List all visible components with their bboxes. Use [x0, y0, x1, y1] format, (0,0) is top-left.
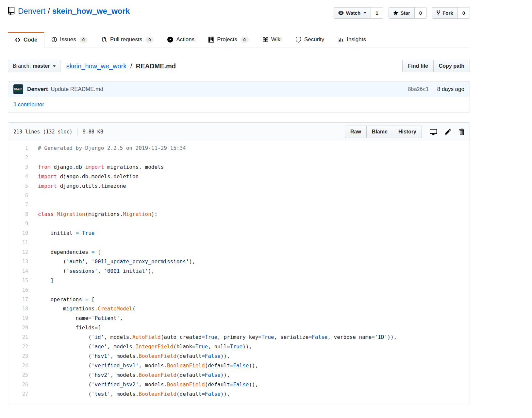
issue-icon — [51, 37, 57, 43]
code-line-content: ('hsv1', models.BooleanField(default=Fal… — [28, 352, 230, 361]
tab-security[interactable]: Security — [289, 32, 331, 47]
code-line: 25 ('hsv2', models.BooleanField(default=… — [8, 371, 470, 380]
code-line-content — [28, 191, 38, 200]
tab-label: Code — [24, 37, 38, 43]
tab-counter: 0 — [241, 37, 249, 43]
line-number[interactable]: 14 — [8, 267, 28, 276]
code-line: 1# Generated by Django 2.2.5 on 2019-11-… — [8, 144, 470, 153]
copy-path-button[interactable]: Copy path — [433, 60, 470, 72]
commit-sha-link[interactable]: 8ba26c1 — [408, 86, 429, 92]
watch-button[interactable]: Watch — [334, 7, 371, 19]
eye-icon — [338, 10, 344, 16]
branch-selector[interactable]: Branch: master — [8, 60, 60, 72]
code-line-content: operations = [ — [28, 295, 94, 305]
contributors-link[interactable]: 1contributor — [13, 101, 44, 108]
code-line: 6 — [8, 191, 470, 200]
star-count[interactable]: 0 — [415, 7, 427, 19]
tab-insights[interactable]: Insights — [331, 32, 373, 47]
breadcrumb-repo-link[interactable]: skein_how_we_work — [66, 62, 127, 70]
line-number[interactable]: 5 — [8, 182, 28, 191]
device-desktop-icon[interactable] — [430, 128, 437, 135]
tab-code[interactable]: Code — [8, 32, 44, 47]
line-number[interactable]: 23 — [8, 352, 28, 361]
file-toolbar: Branch: master skein_how_we_work / READM… — [8, 60, 470, 72]
code-line: 9 — [8, 219, 470, 229]
code-line-content — [28, 238, 38, 248]
line-number[interactable]: 10 — [8, 229, 28, 238]
graph-icon — [338, 37, 344, 43]
line-number[interactable]: 6 — [8, 191, 28, 200]
line-number[interactable]: 15 — [8, 276, 28, 286]
code-line: 14 ('sessions', '0001_initial'), — [8, 267, 470, 276]
caret-down-icon — [53, 65, 56, 67]
history-button[interactable]: History — [393, 126, 422, 138]
line-number[interactable]: 18 — [8, 304, 28, 314]
line-number[interactable]: 20 — [8, 323, 28, 333]
tab-label: Wiki — [271, 36, 282, 43]
tab-issues[interactable]: Issues0 — [44, 32, 94, 47]
code-line-content: import django.utils.timezone — [28, 182, 126, 191]
shield-icon — [295, 37, 301, 43]
pencil-icon[interactable] — [445, 128, 451, 135]
raw-button[interactable]: Raw — [345, 126, 367, 138]
tab-wiki[interactable]: Wiki — [256, 32, 289, 47]
file-lines-info: 213 lines (132 sloc) — [13, 129, 73, 135]
tab-pull-requests[interactable]: Pull requests0 — [94, 32, 161, 47]
code-line-content: ('id', models.AutoField(auto_created=Tru… — [28, 333, 397, 342]
line-number[interactable]: 16 — [8, 286, 28, 295]
repo-social-actions: Watch 1 Star 0 Fork 0 — [334, 7, 470, 19]
code-line-content: name='Patient', — [28, 314, 123, 323]
repo-name-link[interactable]: skein_how_we_work — [52, 7, 130, 16]
line-number[interactable]: 1 — [8, 144, 28, 153]
avatar[interactable]: SKEIN — [13, 84, 23, 94]
blame-button[interactable]: Blame — [366, 126, 393, 138]
code-line: 13 ('auth', '0011_update_proxy_permissio… — [8, 257, 470, 267]
pr-icon — [101, 37, 107, 43]
find-file-button[interactable]: Find file — [402, 60, 433, 72]
repo-owner-link[interactable]: Denvert — [18, 7, 45, 16]
line-number[interactable]: 11 — [8, 238, 28, 248]
code-line: 17 operations = [ — [8, 295, 470, 305]
commit-tease: SKEIN Denvert Update README.md 8ba26c1 8… — [8, 81, 470, 113]
line-number[interactable]: 21 — [8, 333, 28, 342]
line-number[interactable]: 13 — [8, 257, 28, 267]
line-number[interactable]: 19 — [8, 314, 28, 323]
fork-icon — [437, 10, 440, 16]
commit-author-link[interactable]: Denvert — [27, 86, 48, 93]
line-number[interactable]: 9 — [8, 219, 28, 229]
watch-count[interactable]: 1 — [371, 7, 383, 19]
line-number[interactable]: 26 — [8, 380, 28, 390]
line-number[interactable]: 7 — [8, 200, 28, 210]
code-line-content: ('sessions', '0001_initial'), — [28, 267, 154, 276]
code-line: 23 ('hsv1', models.BooleanField(default=… — [8, 352, 470, 361]
file-box: 213 lines (132 sloc) 9.88 KB RawBlameHis… — [8, 122, 470, 404]
code-line: 11 — [8, 238, 470, 248]
code-line-content: class Migration(migrations.Migration): — [28, 210, 158, 219]
file-header: 213 lines (132 sloc) 9.88 KB RawBlameHis… — [8, 123, 470, 141]
code-line: 15 ] — [8, 276, 470, 286]
line-number[interactable]: 17 — [8, 295, 28, 305]
line-number[interactable]: 4 — [8, 172, 28, 182]
line-number[interactable]: 22 — [8, 342, 28, 352]
tab-actions[interactable]: Actions — [160, 32, 201, 47]
tab-label: Actions — [176, 36, 194, 43]
repo-title: Denvert / skein_how_we_work — [8, 7, 130, 16]
trash-icon[interactable] — [459, 128, 464, 135]
tab-projects[interactable]: Projects0 — [201, 32, 256, 47]
line-number[interactable]: 24 — [8, 361, 28, 371]
commit-message-link[interactable]: Update README.md — [51, 86, 103, 93]
line-number[interactable]: 12 — [8, 248, 28, 257]
fork-count[interactable]: 0 — [458, 7, 470, 19]
line-number[interactable]: 3 — [8, 163, 28, 172]
code-line: 18 migrations.CreateModel( — [8, 304, 470, 314]
line-number[interactable]: 25 — [8, 371, 28, 380]
line-number[interactable]: 27 — [8, 390, 28, 399]
page-container: Denvert / skein_how_we_work Watch 1 Star… — [8, 0, 470, 404]
star-button[interactable]: Star — [389, 7, 415, 19]
fork-button[interactable]: Fork — [432, 7, 458, 19]
line-number[interactable]: 8 — [8, 210, 28, 219]
line-number[interactable]: 2 — [8, 153, 28, 163]
code-line-content: ('test', models.BooleanField(default=Fal… — [28, 390, 230, 399]
code-line: 2 — [8, 153, 470, 163]
star-icon — [393, 10, 398, 16]
